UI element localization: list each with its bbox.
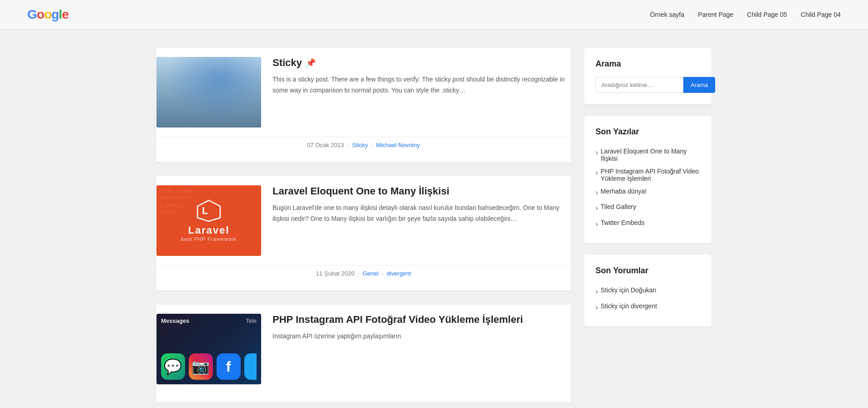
post-title-text: Sticky [273, 57, 302, 69]
list-item: Tiled Gallery [595, 200, 700, 216]
list-item: PHP Instagram API Fotoğraf Video Yükleme… [595, 165, 700, 185]
svg-point-6 [201, 89, 217, 98]
post-sticky: Sticky 📌 This is a sticky post. There ar… [156, 48, 570, 163]
svg-rect-2 [156, 98, 261, 128]
main-content: Sticky 📌 This is a sticky post. There ar… [156, 48, 570, 408]
site-header: Google Örnek sayfa Parent Page Child Pag… [0, 0, 868, 30]
recent-posts-list: Laravel Eloquent One to Many İlişkisi PH… [595, 145, 700, 232]
comment-link-1[interactable]: Sticky için Doğukan [601, 286, 656, 294]
nav-item-ornek-sayfa[interactable]: Örnek sayfa [650, 11, 684, 18]
tele-label: Tele [246, 317, 257, 324]
sidebar: Arama Arama Son Yazılar Laravel Eloquent… [584, 48, 712, 408]
post-category-laravel[interactable]: Genel [363, 270, 378, 277]
post-instagram: 💬 📷 f Messages Tele PHP Instagram API F [156, 305, 570, 403]
post-title-text-instagram: PHP Instagram API Fotoğraf Video Yükleme… [273, 314, 523, 326]
laravel-tagline: best PHP Framework [181, 236, 237, 242]
post-meta-sticky: 07 Ocak 2013 · Sticky · Michael Novotny [156, 137, 570, 153]
list-item: Merhaba dünya! [595, 185, 700, 200]
recent-posts-widget: Son Yazılar Laravel Eloquent One to Many… [584, 116, 712, 243]
logo-letter-o2: o [44, 7, 51, 21]
recent-comments-title: Son Yorumlar [595, 266, 700, 275]
recent-post-link-2[interactable]: PHP Instagram API Fotoğraf Video Yükleme… [601, 168, 700, 182]
post-body-sticky: Sticky 📌 This is a sticky post. There ar… [273, 57, 570, 96]
list-item: Laravel Eloquent One to Many İlişkisi [595, 145, 700, 165]
post-title-text-laravel: Laravel Eloquent One to Many İlişkisi [273, 185, 449, 197]
svg-point-5 [195, 70, 222, 88]
search-input[interactable] [595, 77, 683, 93]
post-excerpt-laravel: Bugün Laravel'de one to many ilişkisi de… [273, 203, 570, 224]
logo-letter-g2: g [51, 7, 59, 21]
post-body-instagram: PHP Instagram API Fotoğraf Video Yükleme… [273, 314, 570, 342]
recent-comments-widget: Son Yorumlar Sticky için Doğukan Sticky … [584, 255, 712, 326]
list-item: Twitter Embeds [595, 216, 700, 232]
post-title-laravel[interactable]: Laravel Eloquent One to Many İlişkisi [273, 185, 570, 197]
list-item: Sticky için Doğukan [595, 284, 700, 299]
post-thumbnail-instagram: 💬 📷 f Messages Tele [156, 314, 261, 384]
instagram-icon: 📷 [189, 353, 213, 380]
svg-point-3 [195, 73, 222, 100]
post-author-laravel[interactable]: divergent [387, 270, 411, 277]
post-excerpt-sticky: This is a sticky post. There are a few t… [273, 74, 570, 96]
svg-point-4 [193, 102, 225, 128]
sticky-thumbnail-image [156, 57, 261, 128]
post-author-sticky[interactable]: Michael Novotny [376, 142, 420, 148]
recent-posts-title: Son Yazılar [595, 127, 700, 137]
whatsapp-icon: 💬 [161, 353, 185, 380]
laravel-logo-svg: L [195, 199, 222, 222]
laravel-logo-container: L Laravel best PHP Framework [181, 199, 237, 242]
logo-letter-g: G [27, 7, 37, 21]
messages-label: Messages [161, 317, 189, 324]
post-meta-laravel: 11 Şubat 2020 · Genel · divergent [156, 265, 570, 281]
logo-letter-l: l [59, 7, 62, 21]
search-form: Arama [595, 77, 700, 93]
recent-comments-list: Sticky için Doğukan Sticky için divergen… [595, 284, 700, 315]
search-button[interactable]: Arama [683, 77, 715, 93]
post-thumbnail-sticky [156, 57, 261, 128]
recent-post-link-1[interactable]: Laravel Eloquent One to Many İlişkisi [601, 148, 700, 162]
post-category-sticky[interactable]: Sticky [352, 142, 368, 148]
search-widget: Arama Arama [584, 48, 712, 104]
post-excerpt-instagram: Instagram API üzerine yaptığım paylaşıml… [273, 331, 570, 342]
twitter-icon-partial [244, 353, 257, 380]
post-date-laravel: 11 Şubat 2020 [316, 270, 355, 277]
post-body-laravel: Laravel Eloquent One to Many İlişkisi Bu… [273, 185, 570, 224]
svg-text:L: L [202, 205, 208, 216]
recent-post-link-4[interactable]: Tiled Gallery [601, 203, 636, 210]
recent-post-link-3[interactable]: Merhaba dünya! [601, 188, 646, 195]
nav-item-child-page-05[interactable]: Child Page 05 [747, 11, 787, 18]
page-container: Sticky 📌 This is a sticky post. There ar… [147, 48, 721, 408]
post-title-sticky[interactable]: Sticky 📌 [273, 57, 570, 69]
logo-letter-e: e [62, 7, 69, 21]
svg-rect-1 [156, 57, 261, 128]
post-laravel: $link = new scharfes () $.link() null() … [156, 176, 570, 291]
svg-rect-0 [156, 57, 261, 128]
main-nav: Örnek sayfa Parent Page Child Page 05 Ch… [650, 11, 841, 18]
nav-item-parent-page[interactable]: Parent Page [698, 11, 733, 18]
post-title-instagram[interactable]: PHP Instagram API Fotoğraf Video Yükleme… [273, 314, 570, 326]
site-logo[interactable]: Google [27, 7, 68, 22]
post-date-sticky: 07 Ocak 2013 [307, 142, 344, 148]
search-widget-title: Arama [595, 59, 700, 69]
svg-marker-7 [197, 200, 220, 221]
laravel-brand-name: Laravel [188, 224, 229, 236]
comment-link-2[interactable]: Sticky için divergent [601, 302, 657, 310]
list-item: Sticky için divergent [595, 300, 700, 315]
facebook-icon: f [217, 353, 241, 380]
nav-item-child-page-04[interactable]: Child Page 04 [801, 11, 841, 18]
thumbtack-icon: 📌 [306, 58, 316, 68]
logo-letter-o1: o [37, 7, 44, 21]
recent-post-link-5[interactable]: Twitter Embeds [601, 219, 644, 226]
post-thumbnail-laravel: $link = new scharfes () $.link() null() … [156, 185, 261, 256]
